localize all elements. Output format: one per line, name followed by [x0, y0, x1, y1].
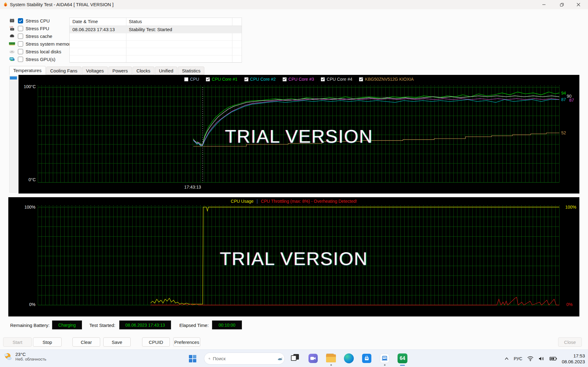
task-view-button[interactable]: [289, 352, 301, 365]
clock-widget[interactable]: 17:53 08.06.2023: [562, 353, 585, 365]
legend-item[interactable]: CPU Core #1: [206, 77, 237, 82]
close-icon: [577, 3, 580, 6]
microsoft-store-button[interactable]: [361, 352, 373, 365]
gpu-icon: [9, 56, 15, 62]
stress-option-label: Stress GPU(s): [26, 57, 55, 62]
legend-item[interactable]: CPU: [184, 77, 199, 82]
column-header-status[interactable]: Status: [129, 19, 142, 24]
close-button[interactable]: Close: [558, 337, 582, 347]
tab-clocks[interactable]: Clocks: [133, 67, 154, 75]
search-box[interactable]: [204, 353, 285, 365]
legend-checkbox[interactable]: [359, 77, 363, 81]
legend-item[interactable]: CPU Core #2: [244, 77, 276, 82]
cpuid-button[interactable]: CPUID: [142, 337, 170, 347]
legend-checkbox[interactable]: [321, 77, 325, 81]
wifi-icon[interactable]: [527, 356, 533, 361]
minimize-button[interactable]: [537, 0, 551, 9]
windows-logo-icon: [189, 355, 197, 363]
temperature-chart: CPUCPU Core #1CPU Core #2CPU Core #3CPU …: [18, 75, 579, 194]
stress-memory-checkbox[interactable]: [18, 41, 23, 47]
weather-widget[interactable]: 23°C Неб. облачность: [3, 352, 46, 361]
preferences-button[interactable]: Preferences: [173, 337, 200, 347]
elapsed-time-value: 00:10:00: [212, 320, 242, 329]
stress-option-cache[interactable]: Stress cache: [9, 33, 52, 39]
series-end-value: 87: [561, 97, 566, 102]
stress-cpu-checkbox[interactable]: [18, 18, 23, 23]
tab-statistics[interactable]: Statistics: [178, 67, 204, 75]
legend-checkbox[interactable]: [244, 77, 248, 81]
usage-title-part: CPU Throttling (max: 8%) - Overheating D…: [261, 199, 357, 204]
usage-title-part: CPU Usage: [231, 199, 254, 204]
usage-title-part: |: [257, 199, 258, 204]
tray-chevron-up-icon[interactable]: [504, 357, 509, 360]
stress-option-gpu[interactable]: Stress GPU(s): [9, 56, 55, 63]
edge-button[interactable]: [343, 352, 355, 365]
legend-checkbox[interactable]: [206, 77, 210, 81]
search-input[interactable]: [213, 356, 274, 361]
battery-charging-icon[interactable]: [549, 357, 557, 361]
legend-item[interactable]: CPU Core #3: [283, 77, 314, 82]
minimize-icon: [542, 3, 546, 6]
legend-checkbox[interactable]: [184, 77, 188, 81]
close-window-button[interactable]: [571, 0, 586, 9]
restore-button[interactable]: [555, 0, 569, 9]
start-menu-button[interactable]: [187, 353, 198, 364]
notebook-app-button[interactable]: [378, 352, 391, 365]
tab-powers[interactable]: Powers: [108, 67, 132, 75]
svg-text:123: 123: [10, 26, 13, 28]
window-title: System Stability Test - AIDA64 [ TRIAL V…: [10, 2, 114, 7]
volume-icon[interactable]: [538, 356, 545, 361]
tab-temperatures[interactable]: Temperatures: [9, 66, 46, 75]
tray-time: 17:53: [562, 353, 585, 359]
chart-legend: CPUCPU Core #1CPU Core #2CPU Core #3CPU …: [18, 77, 579, 82]
table-row[interactable]: 08.06.2023 17:43:13 Stability Test: Star…: [70, 26, 242, 33]
running-indicator: [384, 364, 386, 366]
legend-label: CPU Core #1: [212, 77, 237, 82]
notebook-app-icon: [380, 354, 389, 363]
teams-icon: [308, 354, 318, 363]
stress-option-label: Stress system memory: [26, 41, 73, 47]
elapsed-time-label: Elapsed Time:: [179, 323, 209, 328]
tab-cooling-fans[interactable]: Cooling Fans: [46, 67, 81, 75]
weather-temp: 23°C: [15, 352, 46, 357]
stress-option-cpu[interactable]: Stress CPU: [9, 17, 50, 24]
stress-option-fpu[interactable]: 123 Stress FPU: [9, 25, 49, 32]
language-indicator[interactable]: РУС: [514, 356, 522, 361]
tab-unified[interactable]: Unified: [155, 67, 178, 75]
legend-label: CPU Core #2: [250, 77, 276, 82]
file-explorer-button[interactable]: [325, 352, 337, 365]
legend-item[interactable]: KBG50ZNV512G KIOXIA: [359, 77, 414, 82]
stress-option-memory[interactable]: Stress system memory: [9, 40, 73, 47]
stress-cache-checkbox[interactable]: [18, 34, 23, 39]
stop-button[interactable]: Stop: [33, 337, 62, 347]
stress-disks-checkbox[interactable]: [18, 49, 23, 54]
start-button[interactable]: Start: [3, 337, 32, 347]
legend-label: CPU Core #4: [327, 77, 352, 82]
save-button[interactable]: Save: [103, 337, 131, 347]
disk-icon: [9, 49, 15, 54]
weather-condition: Неб. облачность: [15, 357, 46, 361]
chart-tabs: Temperatures Cooling Fans Voltages Power…: [9, 66, 205, 75]
chart-vertical-scrollbar[interactable]: [9, 76, 18, 193]
aida64-taskbar-button[interactable]: 64: [396, 352, 409, 365]
scrollbar-thumb[interactable]: [10, 76, 17, 80]
clear-button[interactable]: Clear: [72, 337, 100, 347]
stress-option-label: Stress CPU: [26, 18, 50, 23]
stress-option-disks[interactable]: Stress local disks: [9, 48, 61, 55]
column-header-datetime[interactable]: Date & Time: [72, 19, 98, 24]
tab-voltages[interactable]: Voltages: [82, 67, 108, 75]
running-indicator: [330, 364, 332, 366]
event-log-table[interactable]: Date & Time Status 08.06.2023 17:43:13 S…: [69, 18, 242, 63]
stress-fpu-checkbox[interactable]: [18, 26, 23, 31]
legend-checkbox[interactable]: [283, 77, 287, 81]
check-icon: [19, 19, 22, 22]
legend-item[interactable]: CPU Core #4: [321, 77, 352, 82]
weather-icon: [3, 352, 13, 361]
test-started-value: 08.06.2023 17:43:13: [119, 320, 171, 329]
teams-chat-button[interactable]: [307, 352, 319, 365]
table-row-empty: [70, 33, 242, 41]
table-header: Date & Time Status: [70, 18, 242, 26]
trial-watermark: TRIAL VERSION: [18, 126, 579, 147]
stress-gpu-checkbox[interactable]: [18, 57, 23, 62]
trial-watermark: TRIAL VERSION: [8, 248, 579, 269]
